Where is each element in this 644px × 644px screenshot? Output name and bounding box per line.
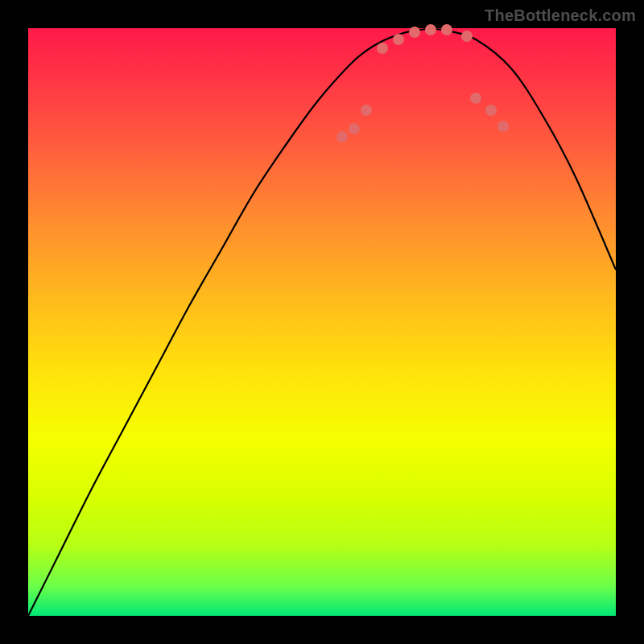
marker-dot <box>393 34 404 45</box>
marker-dot <box>441 24 452 35</box>
marker-dot <box>497 121 509 132</box>
marker-layer <box>28 28 616 616</box>
marker-dot <box>425 24 436 35</box>
marker-dot <box>377 43 388 54</box>
marker-dot <box>336 131 348 142</box>
marker-dot <box>361 105 372 116</box>
attribution-text: TheBottleneck.com <box>485 6 636 25</box>
marker-dot <box>349 123 360 134</box>
marker-dot <box>461 31 473 42</box>
marker-dot <box>409 27 420 38</box>
chart-frame: TheBottleneck.com <box>0 0 644 644</box>
marker-dot <box>470 93 481 104</box>
marker-dot <box>485 105 497 116</box>
